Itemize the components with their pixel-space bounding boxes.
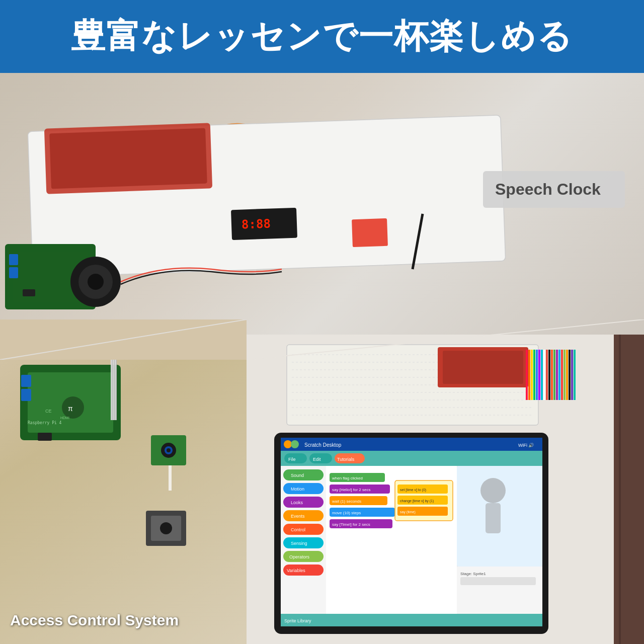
svg-text:Stage: Sprite1: Stage: Sprite1 <box>460 572 486 576</box>
svg-rect-94 <box>283 510 324 521</box>
svg-rect-111 <box>330 508 395 517</box>
svg-point-20 <box>62 396 84 419</box>
svg-rect-74 <box>281 438 542 451</box>
svg-rect-80 <box>281 451 542 466</box>
main-container: 豊富なレッセンで一杯楽しめる <box>0 0 644 644</box>
svg-text:set [time v] to (0): set [time v] to (0) <box>400 488 426 492</box>
svg-text:wait (1) seconds: wait (1) seconds <box>332 499 361 504</box>
svg-rect-69 <box>569 350 571 400</box>
svg-rect-31 <box>169 465 172 491</box>
page-title: 豊富なレッセンで一杯楽しめる <box>71 14 573 59</box>
access-control-label: Access Control System <box>10 612 179 628</box>
svg-text:Motion: Motion <box>291 487 304 492</box>
svg-rect-32 <box>146 511 186 546</box>
svg-rect-79 <box>281 451 542 626</box>
svg-rect-118 <box>397 496 448 505</box>
svg-rect-23 <box>111 360 117 420</box>
svg-text:Sensing: Sensing <box>291 541 307 546</box>
svg-rect-40 <box>287 345 538 425</box>
svg-rect-26 <box>116 360 117 420</box>
svg-rect-27 <box>151 435 186 465</box>
svg-rect-24 <box>112 360 113 420</box>
svg-text:Looks: Looks <box>291 500 303 505</box>
svg-rect-60 <box>546 350 548 400</box>
svg-rect-19 <box>38 433 52 441</box>
svg-rect-61 <box>548 350 550 400</box>
svg-rect-38 <box>614 335 644 644</box>
header-banner: 豊富なレッセンで一杯楽しめる <box>0 0 644 73</box>
svg-text:Variables: Variables <box>287 568 305 573</box>
svg-rect-98 <box>283 537 324 548</box>
svg-point-76 <box>291 440 299 448</box>
svg-text:when flag clicked: when flag clicked <box>332 476 363 480</box>
access-control-container: Access Control System <box>10 612 179 629</box>
svg-text:Control: Control <box>291 527 305 532</box>
svg-point-34 <box>160 522 172 534</box>
svg-rect-128 <box>281 614 542 626</box>
svg-rect-63 <box>553 350 555 400</box>
speech-clock-badge: Speech Clock <box>483 171 625 208</box>
svg-rect-125 <box>457 567 542 626</box>
svg-text:change [time v] by (1): change [time v] by (1) <box>400 499 434 503</box>
svg-point-75 <box>284 440 292 448</box>
svg-rect-17 <box>21 375 31 387</box>
svg-rect-81 <box>284 453 307 463</box>
access-svg: π Raspberry Pi 4 C <box>0 335 247 644</box>
svg-point-30 <box>167 448 171 452</box>
svg-rect-64 <box>556 350 558 400</box>
svg-text:say (time): say (time) <box>400 510 416 514</box>
svg-text:CE: CE <box>45 409 52 414</box>
svg-rect-105 <box>330 473 385 482</box>
svg-rect-15 <box>20 365 121 440</box>
svg-rect-71 <box>574 350 576 400</box>
bottom-left-photo-access: π Raspberry Pi 4 C <box>0 335 247 644</box>
svg-rect-39 <box>619 335 621 644</box>
svg-rect-96 <box>283 524 324 535</box>
svg-point-29 <box>165 446 173 454</box>
svg-rect-18 <box>21 389 31 401</box>
svg-point-123 <box>480 478 506 503</box>
svg-text:Sprite Library: Sprite Library <box>284 618 311 623</box>
svg-rect-104 <box>326 466 457 626</box>
svg-text:File: File <box>288 457 296 462</box>
svg-rect-51 <box>443 351 523 384</box>
svg-rect-113 <box>330 519 392 528</box>
svg-rect-52 <box>526 350 528 400</box>
top-photo-breadboard: 8:88 <box>0 73 644 365</box>
main-image-area: 8:88 <box>0 73 644 644</box>
svg-rect-73 <box>281 438 542 626</box>
svg-rect-59 <box>543 350 545 400</box>
svg-rect-56 <box>536 350 538 400</box>
svg-text:Sound: Sound <box>291 473 304 478</box>
svg-rect-58 <box>541 350 543 400</box>
svg-rect-67 <box>564 350 566 400</box>
svg-text:say [Hello!] for 2 secs: say [Hello!] for 2 secs <box>332 488 370 492</box>
svg-rect-85 <box>335 453 365 463</box>
svg-rect-122 <box>457 466 542 567</box>
svg-rect-70 <box>571 350 573 400</box>
svg-rect-107 <box>330 485 390 494</box>
svg-rect-33 <box>151 516 181 541</box>
svg-rect-120 <box>397 507 448 516</box>
svg-rect-68 <box>566 350 568 400</box>
svg-rect-62 <box>551 350 553 400</box>
svg-text:Edit: Edit <box>313 457 321 462</box>
svg-rect-87 <box>281 466 326 626</box>
svg-rect-100 <box>283 551 324 562</box>
svg-rect-124 <box>486 503 501 533</box>
svg-point-28 <box>161 443 176 458</box>
breadboard-bg <box>0 73 644 365</box>
scratch-setup-svg: Scratch Desktop WiFi 🔊 File Edit Tutoria… <box>247 335 644 644</box>
svg-text:Raspberry Pi 4: Raspberry Pi 4 <box>28 421 62 425</box>
svg-text:Scratch Desktop: Scratch Desktop <box>304 442 342 448</box>
svg-rect-37 <box>247 335 644 644</box>
svg-rect-50 <box>438 347 528 387</box>
svg-rect-102 <box>283 565 324 576</box>
svg-rect-88 <box>283 469 324 480</box>
svg-rect-65 <box>558 350 560 400</box>
svg-rect-109 <box>330 496 387 505</box>
svg-rect-16 <box>28 372 113 433</box>
svg-rect-92 <box>283 497 324 508</box>
svg-rect-116 <box>397 485 448 494</box>
speech-clock-label: Speech Clock <box>495 180 601 198</box>
